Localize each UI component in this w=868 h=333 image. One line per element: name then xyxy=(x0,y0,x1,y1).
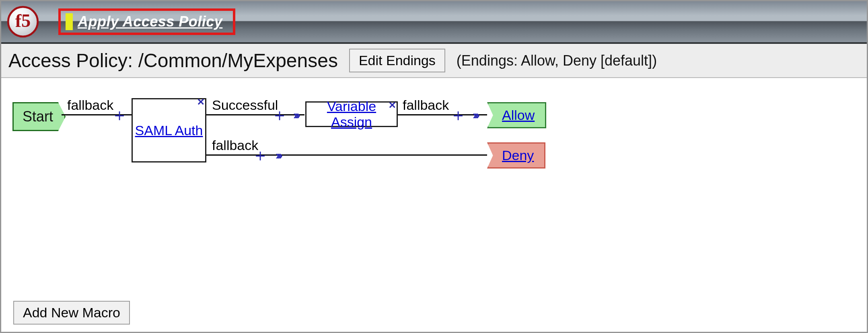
deny-ending-label[interactable]: Deny xyxy=(502,148,534,163)
delete-variable-assign-icon[interactable]: × xyxy=(389,101,396,109)
variable-assign-node[interactable]: Variable Assign × xyxy=(305,101,398,127)
arrow-fallback-icon: ››› xyxy=(276,148,280,162)
svg-text:f5: f5 xyxy=(15,10,31,31)
page-title-path: /Common/MyExpenses xyxy=(138,50,338,71)
start-node-label: Start xyxy=(23,108,53,125)
title-strip: Access Policy: /Common/MyExpenses Edit E… xyxy=(1,44,867,78)
arrow-successful-icon: ››› xyxy=(293,108,298,122)
edge-label-saml-fallback: fallback xyxy=(212,138,258,153)
deny-ending[interactable]: Deny xyxy=(487,142,545,169)
edge-label-var-fallback: fallback xyxy=(403,97,449,113)
endings-summary: (Endings: Allow, Deny [default]) xyxy=(457,52,657,69)
saml-auth-node[interactable]: SAML Auth × xyxy=(132,98,206,162)
add-new-macro-button[interactable]: Add New Macro xyxy=(13,301,130,325)
edge-saml-successful xyxy=(206,114,304,115)
variable-assign-link[interactable]: Variable Assign xyxy=(306,99,397,130)
edge-label-start-fallback: fallback xyxy=(67,97,113,113)
header-bar: f5 Apply Access Policy xyxy=(1,1,867,44)
edit-endings-button[interactable]: Edit Endings xyxy=(349,49,445,72)
add-action-before-allow-icon[interactable]: ＋ xyxy=(450,104,467,126)
unsaved-indicator-icon xyxy=(66,13,73,30)
delete-saml-auth-icon[interactable]: × xyxy=(197,98,204,106)
add-action-after-successful-icon[interactable]: ＋ xyxy=(271,104,288,126)
page-title: Access Policy: /Common/MyExpenses xyxy=(8,49,338,72)
start-node[interactable]: Start xyxy=(12,102,66,131)
apply-access-policy-link[interactable]: Apply Access Policy xyxy=(78,13,222,30)
arrow-allow-icon: ››› xyxy=(473,108,477,122)
f5-logo-icon: f5 xyxy=(7,6,39,38)
add-action-on-fallback-icon[interactable]: ＋ xyxy=(252,144,269,166)
saml-auth-link[interactable]: SAML Auth xyxy=(135,123,203,138)
policy-flow-canvas[interactable]: Start fallback ＋ SAML Auth × Successful … xyxy=(1,78,867,332)
allow-ending[interactable]: Allow xyxy=(487,102,546,128)
edge-saml-fallback xyxy=(206,154,487,156)
apply-access-policy-highlight: Apply Access Policy xyxy=(58,8,235,35)
allow-ending-label[interactable]: Allow xyxy=(502,107,535,123)
page-title-prefix: Access Policy: xyxy=(8,50,138,71)
edge-label-successful: Successful xyxy=(212,97,278,113)
apm-visual-policy-editor: f5 Apply Access Policy Access Policy: /C… xyxy=(0,0,868,333)
add-action-before-saml-icon[interactable]: ＋ xyxy=(111,104,128,126)
